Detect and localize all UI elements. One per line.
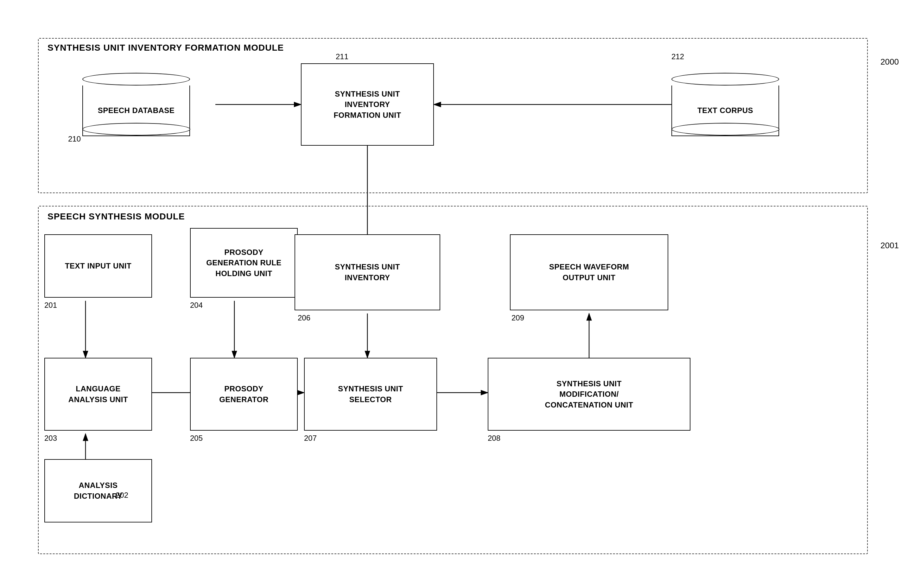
text-input-id: 201 (44, 301, 57, 310)
sui-unit: SYNTHESIS UNITINVENTORY (295, 234, 440, 310)
swo-id: 209 (511, 313, 524, 322)
sus-unit: SYNTHESIS UNITSELECTOR (304, 358, 437, 430)
pg-label: PROSODYGENERATOR (219, 383, 268, 404)
suif-label: SYNTHESIS UNITINVENTORYFORMATION UNIT (334, 89, 401, 121)
diagram-container: SYNTHESIS UNIT INVENTORY FORMATION MODUL… (19, 19, 900, 576)
speech-database-label: SPEECH DATABASE (98, 105, 175, 116)
sui-label: SYNTHESIS UNITINVENTORY (335, 262, 400, 283)
ad-unit: ANALYSISDICTIONARY (44, 459, 152, 523)
sumc-unit: SYNTHESIS UNITMODIFICATION/CONCATENATION… (488, 358, 690, 430)
top-module-label: SYNTHESIS UNIT INVENTORY FORMATION MODUL… (47, 43, 284, 53)
swo-label: SPEECH WAVEFORMOUTPUT UNIT (549, 262, 629, 283)
sui-id: 206 (298, 313, 310, 322)
pgr-unit: PROSODYGENERATION RULEHOLDING UNIT (190, 228, 298, 298)
pgr-label: PROSODYGENERATION RULEHOLDING UNIT (206, 247, 282, 279)
la-unit: LANGUAGEANALYSIS UNIT (44, 358, 152, 430)
suif-unit: SYNTHESIS UNITINVENTORYFORMATION UNIT (301, 63, 434, 146)
bottom-module-label: SPEECH SYNTHESIS MODULE (47, 211, 185, 222)
bottom-module-box (38, 206, 868, 554)
pgr-id: 204 (190, 301, 203, 310)
speech-database-id: 210 (68, 135, 81, 143)
sus-label: SYNTHESIS UNITSELECTOR (338, 383, 403, 404)
sumc-id: 208 (488, 434, 500, 443)
text-input-label: TEXT INPUT UNIT (65, 261, 132, 271)
pg-id: 205 (190, 434, 203, 443)
bottom-module-id: 2001 (880, 240, 899, 250)
text-corpus-id: 212 (671, 52, 684, 61)
sus-id: 207 (304, 434, 317, 443)
top-module-id: 2000 (880, 57, 899, 67)
swo-unit: SPEECH WAVEFORMOUTPUT UNIT (510, 234, 668, 310)
pg-unit: PROSODYGENERATOR (190, 358, 298, 430)
ad-id: 202 (116, 491, 128, 500)
text-corpus-unit: TEXT CORPUS (671, 68, 779, 141)
text-corpus-label: TEXT CORPUS (697, 105, 753, 116)
la-id: 203 (44, 434, 57, 443)
sumc-label: SYNTHESIS UNITMODIFICATION/CONCATENATION… (545, 378, 633, 410)
ad-label: ANALYSISDICTIONARY (74, 480, 122, 501)
la-label: LANGUAGEANALYSIS UNIT (68, 383, 128, 404)
speech-database-unit: SPEECH DATABASE (82, 68, 190, 141)
text-input-unit: TEXT INPUT UNIT (44, 234, 152, 298)
suif-id: 211 (336, 52, 348, 61)
